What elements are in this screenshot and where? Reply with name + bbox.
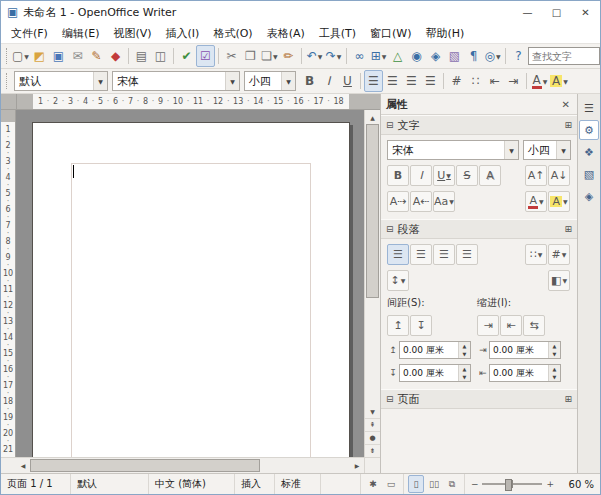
document-workspace[interactable]	[16, 110, 364, 457]
sidebar-highlighting-color-icon[interactable]: A▼	[548, 191, 570, 212]
auto-spellcheck-icon[interactable]: ☑	[196, 45, 215, 67]
email-document-icon[interactable]: ✉	[68, 45, 87, 67]
align-left-icon[interactable]: ☰	[364, 70, 383, 92]
collapse-icon[interactable]: ⊟	[386, 394, 394, 404]
numbering-list-icon[interactable]: #	[447, 70, 466, 92]
find-replace-icon[interactable]: ◉	[407, 45, 426, 67]
sidebar-line-spacing-icon[interactable]: ↕▼	[387, 270, 409, 291]
styles-deck-icon[interactable]: ❖	[579, 142, 599, 162]
vertical-ruler[interactable]: 1·2·3·4·5·6·7·8·9·10·11·12·13·14·15·16·1…	[1, 110, 16, 457]
page-style-indicator[interactable]: 默认	[71, 474, 149, 494]
scroll-left-icon[interactable]: ◀	[16, 458, 30, 473]
table-icon[interactable]: ⊞▼	[369, 45, 388, 67]
page-number-indicator[interactable]: 页面 1 / 1	[1, 474, 71, 494]
scroll-right-icon[interactable]: ▶	[350, 458, 364, 473]
document-page[interactable]	[32, 122, 350, 457]
sidebar-font-name-select[interactable]: 宋体 ▼	[387, 140, 519, 160]
save-icon[interactable]: ▣	[49, 45, 68, 67]
spinner-arrows[interactable]: ▲▼	[458, 365, 470, 381]
sidebar-bold-icon[interactable]: B	[387, 165, 409, 186]
menu-format[interactable]: 格式(O)	[206, 24, 259, 43]
zoom-slider-track[interactable]	[482, 483, 542, 485]
redo-icon[interactable]: ↷▼	[324, 45, 343, 67]
more-options-icon[interactable]: ⊞	[564, 224, 572, 234]
spinner-down-icon[interactable]: ▼	[549, 373, 560, 381]
vertical-scroll-thumb[interactable]	[366, 124, 379, 298]
spacing-below-input[interactable]: 0.00 厘米 ▲▼	[399, 364, 471, 382]
minimize-button[interactable]: —	[513, 1, 542, 23]
copy-icon[interactable]: ❐	[241, 45, 260, 67]
zoom-in-icon[interactable]: +	[546, 479, 554, 489]
spinner-arrows[interactable]: ▲▼	[548, 342, 560, 358]
edit-file-icon[interactable]: ✎	[87, 45, 106, 67]
menu-view[interactable]: 视图(V)	[106, 24, 158, 43]
sidebar-strikethrough-icon[interactable]: S	[456, 165, 478, 186]
chevron-down-icon[interactable]: ▼	[504, 141, 518, 159]
sidebar-font-color-icon[interactable]: A▼	[525, 191, 547, 212]
collapse-icon[interactable]: ⊟	[386, 120, 394, 130]
align-center-icon[interactable]: ☰	[383, 70, 402, 92]
font-color-icon[interactable]: A▼	[530, 70, 549, 92]
format-paintbrush-icon[interactable]: ✏	[279, 45, 298, 67]
zoom-percent-indicator[interactable]: 60 %	[560, 474, 600, 494]
sidebar-align-center-icon[interactable]: ☰	[410, 244, 432, 265]
sidebar-switch-indent-icon[interactable]: ⇆	[523, 315, 545, 336]
horizontal-scrollbar[interactable]: ◀ ▶	[16, 458, 364, 473]
nonprinting-characters-icon[interactable]: ¶	[464, 45, 483, 67]
single-page-view-icon[interactable]: ▯	[408, 475, 424, 493]
gallery-icon[interactable]: ▧	[445, 45, 464, 67]
chevron-down-icon[interactable]: ▼	[225, 72, 239, 90]
indent-after-input[interactable]: 0.00 厘米 ▲▼	[489, 364, 561, 382]
sidebar-underline-icon[interactable]: U▼	[433, 165, 455, 186]
previous-page-icon[interactable]: ⇞	[365, 418, 380, 431]
sidebar-close-icon[interactable]: ✕	[560, 99, 572, 110]
sidebar-decrease-indent-icon[interactable]: ⇤	[500, 315, 522, 336]
selection-mode-indicator[interactable]: 标准	[275, 474, 321, 494]
more-options-icon[interactable]: ⊞	[564, 120, 572, 130]
underline-icon[interactable]: U	[338, 70, 357, 92]
toolbar-grip[interactable]	[6, 48, 7, 64]
horizontal-scroll-track[interactable]	[30, 458, 350, 473]
scroll-up-icon[interactable]: ▲	[365, 110, 380, 124]
sidebar-align-left-icon[interactable]: ☰	[387, 244, 409, 265]
more-options-icon[interactable]: ⊞	[564, 394, 572, 404]
properties-deck-icon[interactable]: ⚙	[579, 120, 599, 140]
insert-mode-indicator[interactable]: 插入	[235, 474, 275, 494]
menu-tools[interactable]: 工具(T)	[312, 24, 363, 43]
spellcheck-icon[interactable]: ✔	[177, 45, 196, 67]
scroll-down-icon[interactable]: ▼	[365, 404, 380, 418]
digital-signature-icon[interactable]: ▭	[383, 475, 399, 493]
sidebar-decrease-spacing-icon[interactable]: ↧	[410, 315, 432, 336]
spinner-arrows[interactable]: ▲▼	[548, 365, 560, 381]
undo-icon[interactable]: ↶▼	[305, 45, 324, 67]
close-button[interactable]: ✕	[571, 1, 600, 23]
spinner-up-icon[interactable]: ▲	[459, 342, 470, 350]
language-indicator[interactable]: 中文 (简体)	[149, 474, 235, 494]
sidebar-increase-spacing-icon[interactable]: ↥	[387, 315, 409, 336]
spinner-down-icon[interactable]: ▼	[459, 350, 470, 358]
align-justified-icon[interactable]: ☰	[421, 70, 440, 92]
paragraph-style-select[interactable]: 默认 ▼	[14, 71, 108, 91]
document-modified-icon[interactable]: ✱	[365, 475, 381, 493]
font-size-select[interactable]: 小四 ▼	[244, 71, 296, 91]
increase-indent-icon[interactable]: ⇥	[504, 70, 523, 92]
book-view-icon[interactable]: ⧉	[444, 475, 460, 493]
text-section-header[interactable]: ⊟ 文字 ⊞	[381, 115, 577, 135]
chevron-down-icon[interactable]: ▼	[556, 141, 570, 159]
menu-file[interactable]: 文件(F)	[4, 24, 55, 43]
menu-insert[interactable]: 插入(I)	[159, 24, 207, 43]
hyperlink-icon[interactable]: ∞	[350, 45, 369, 67]
open-icon[interactable]: ◩	[30, 45, 49, 67]
sidebar-bullet-list-icon[interactable]: ∷▼	[525, 244, 547, 265]
cut-icon[interactable]: ✂	[222, 45, 241, 67]
zoom-icon[interactable]: ◎▼	[483, 45, 502, 67]
spinner-up-icon[interactable]: ▲	[549, 342, 560, 350]
toolbar-grip[interactable]	[6, 73, 10, 89]
zoom-slider[interactable]: − +	[465, 474, 560, 494]
multi-page-view-icon[interactable]: ▯▯	[426, 475, 442, 493]
spinner-up-icon[interactable]: ▲	[549, 365, 560, 373]
spacing-above-input[interactable]: 0.00 厘米 ▲▼	[399, 341, 471, 359]
navigation-dot-icon[interactable]: ●	[365, 431, 380, 444]
menu-table[interactable]: 表格(A)	[260, 24, 312, 43]
gallery-deck-icon[interactable]: ▧	[579, 164, 599, 184]
